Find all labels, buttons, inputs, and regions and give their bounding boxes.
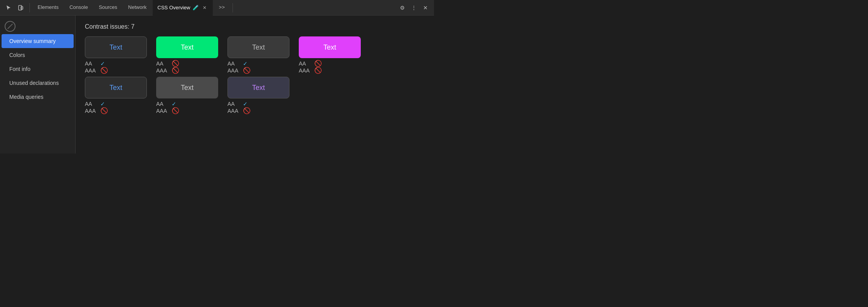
contrast-item-6: Text AA ✓ AAA 🚫 [156, 77, 218, 114]
sidebar-item-unused-declarations[interactable]: Unused declarations [2, 76, 74, 90]
contrast-btn-1[interactable]: Text [85, 36, 147, 58]
aaa-label-4: AAA [299, 67, 311, 74]
aa-row-7: AA ✓ [227, 101, 289, 107]
flask-icon: 🧪 [193, 5, 199, 10]
no-entry-icon[interactable] [5, 21, 16, 32]
aa-pass-icon-5: ✓ [100, 101, 105, 107]
tab-network[interactable]: Network [124, 0, 152, 16]
tab-console[interactable]: Console [65, 0, 93, 16]
contrast-btn-4[interactable]: Text [299, 36, 361, 58]
contrast-item-7: Text AA ✓ AAA 🚫 [227, 77, 289, 114]
aa-row-6: AA ✓ [156, 101, 218, 107]
contrast-checks-4: AA 🚫 AAA 🚫 [299, 60, 361, 74]
aa-label-4: AA [299, 60, 311, 67]
tab-elements[interactable]: Elements [33, 0, 63, 16]
aa-pass-icon-7: ✓ [243, 101, 248, 107]
close-devtools-button[interactable]: ✕ [420, 2, 431, 13]
close-tab-button[interactable]: ✕ [201, 4, 208, 11]
aaa-row-5: AAA 🚫 [85, 108, 147, 114]
aaa-fail-icon-7: 🚫 [243, 108, 251, 114]
content-area: Contrast issues: 7 Text AA ✓ AAA 🚫 [76, 16, 434, 154]
sidebar-item-font-info[interactable]: Font info [2, 62, 74, 76]
aaa-label-6: AAA [156, 108, 169, 114]
aa-row-3: AA ✓ [227, 60, 289, 67]
tab-sources[interactable]: Sources [94, 0, 122, 16]
aaa-fail-icon-1: 🚫 [100, 67, 108, 74]
aaa-label-1: AAA [85, 67, 97, 74]
aa-fail-icon-4: 🚫 [314, 60, 322, 67]
contrast-issues-title: Contrast issues: 7 [85, 23, 425, 30]
aa-label-5: AA [85, 101, 97, 107]
aa-pass-icon-6: ✓ [172, 101, 176, 107]
aaa-label-2: AAA [156, 67, 169, 74]
aaa-label-5: AAA [85, 108, 97, 114]
aaa-row-3: AAA 🚫 [227, 67, 289, 74]
contrast-btn-7[interactable]: Text [227, 77, 289, 98]
aa-label-2: AA [156, 60, 169, 67]
aaa-row-6: AAA 🚫 [156, 108, 218, 114]
contrast-grid-row2: Text AA ✓ AAA 🚫 Text AA [85, 77, 425, 114]
aaa-label-7: AAA [227, 108, 240, 114]
aa-label-1: AA [85, 60, 97, 67]
aaa-label-3: AAA [227, 67, 240, 74]
aa-fail-icon-2: 🚫 [172, 60, 179, 67]
contrast-btn-3[interactable]: Text [227, 36, 289, 58]
sidebar-item-colors[interactable]: Colors [2, 48, 74, 62]
aaa-row-2: AAA 🚫 [156, 67, 218, 74]
contrast-checks-5: AA ✓ AAA 🚫 [85, 101, 147, 114]
sidebar-top [0, 19, 75, 34]
aaa-fail-icon-5: 🚫 [100, 108, 108, 114]
sidebar: Overview summary Colors Font info Unused… [0, 16, 76, 154]
contrast-item-3: Text AA ✓ AAA 🚫 [227, 36, 289, 74]
contrast-checks-3: AA ✓ AAA 🚫 [227, 60, 289, 74]
more-options-button[interactable]: ⋮ [408, 2, 419, 13]
aaa-row-4: AAA 🚫 [299, 67, 361, 74]
aaa-row-1: AAA 🚫 [85, 67, 147, 74]
contrast-checks-2: AA 🚫 AAA 🚫 [156, 60, 218, 74]
aa-label-6: AA [156, 101, 169, 107]
toolbar: Elements Console Sources Network CSS Ove… [0, 0, 434, 16]
more-tabs-button[interactable]: >> [214, 0, 229, 16]
contrast-item-1: Text AA ✓ AAA 🚫 [85, 36, 147, 74]
sidebar-item-overview-summary[interactable]: Overview summary [2, 34, 74, 48]
contrast-checks-6: AA ✓ AAA 🚫 [156, 101, 218, 114]
sidebar-item-media-queries[interactable]: Media queries [2, 90, 74, 104]
aa-row-2: AA 🚫 [156, 60, 218, 67]
contrast-item-2: Text AA 🚫 AAA 🚫 [156, 36, 218, 74]
aa-pass-icon-3: ✓ [243, 60, 248, 67]
contrast-btn-5[interactable]: Text [85, 77, 147, 98]
contrast-item-4: Text AA 🚫 AAA 🚫 [299, 36, 361, 74]
aa-row-1: AA ✓ [85, 60, 147, 67]
device-icon[interactable] [16, 2, 26, 13]
contrast-btn-6[interactable]: Text [156, 77, 218, 98]
aa-label-7: AA [227, 101, 240, 107]
aa-row-5: AA ✓ [85, 101, 147, 107]
aa-pass-icon-1: ✓ [100, 60, 105, 67]
settings-button[interactable]: ⚙ [397, 2, 408, 13]
aaa-fail-icon-2: 🚫 [172, 67, 179, 74]
tab-css-overview[interactable]: CSS Overview 🧪 ✕ [153, 0, 213, 16]
contrast-checks-7: AA ✓ AAA 🚫 [227, 101, 289, 114]
aaa-row-7: AAA 🚫 [227, 108, 289, 114]
cursor-icon[interactable] [3, 2, 14, 13]
aaa-fail-icon-3: 🚫 [243, 67, 251, 74]
toolbar-divider [29, 3, 30, 12]
contrast-grid-row1: Text AA ✓ AAA 🚫 Text AA [85, 36, 425, 74]
aaa-fail-icon-6: 🚫 [172, 108, 179, 114]
contrast-checks-1: AA ✓ AAA 🚫 [85, 60, 147, 74]
aa-label-3: AA [227, 60, 240, 67]
contrast-btn-2[interactable]: Text [156, 36, 218, 58]
contrast-item-5: Text AA ✓ AAA 🚫 [85, 77, 147, 114]
toolbar-end: ⚙ ⋮ ✕ [397, 2, 431, 13]
toolbar-divider-2 [232, 3, 233, 12]
main-area: Overview summary Colors Font info Unused… [0, 16, 434, 154]
aaa-fail-icon-4: 🚫 [314, 67, 322, 74]
aa-row-4: AA 🚫 [299, 60, 361, 67]
